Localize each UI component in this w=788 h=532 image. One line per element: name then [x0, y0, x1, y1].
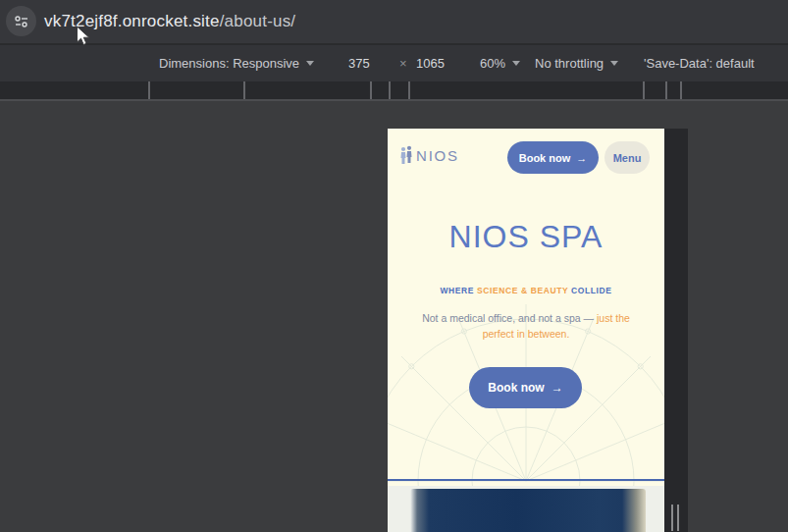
chevron-down-icon [512, 61, 520, 66]
device-toolbar: Dimensions: Responsive 375 × 1065 60% No… [0, 45, 788, 81]
arrow-right-icon: → [552, 381, 563, 395]
menu-button[interactable]: Menu [604, 141, 650, 174]
viewport-width-value: 375 [348, 56, 370, 71]
spa-photo [410, 489, 646, 532]
zoom-value: 60% [480, 56, 505, 71]
hero-description: Not a medical office, and not a spa — ju… [410, 311, 642, 343]
nios-figures-icon [399, 145, 413, 166]
devtools-window: vk7t2ejf8f.onrocket.site/about-us/ Dimen… [0, 0, 788, 532]
viewport-width-input[interactable]: 375 [348, 45, 370, 81]
chevron-down-icon [306, 61, 314, 66]
ruler-tick [665, 81, 667, 99]
dimensions-select[interactable]: Dimensions: Responsive [159, 45, 314, 81]
ruler-tick [408, 81, 410, 99]
site-header: NIOS Book now → Menu [388, 129, 664, 187]
save-data-hint: 'Save-Data': default [644, 45, 755, 81]
ruler-tick [680, 81, 682, 99]
device-viewport: NIOS Book now → Menu NIOS SPA WHERE SCIE… [388, 129, 664, 532]
ruler-tick [643, 81, 645, 99]
ruler-tick [243, 81, 245, 99]
logo-text: NIOS [416, 147, 459, 164]
address-url[interactable]: vk7t2ejf8f.onrocket.site/about-us/ [44, 0, 295, 43]
menu-label: Menu [613, 152, 642, 164]
arrow-right-icon: → [576, 152, 587, 164]
description-plain: Not a medical office, and not a spa — [422, 312, 597, 324]
device-toolbar-toggle-icon[interactable] [6, 6, 36, 36]
header-book-now-button[interactable]: Book now → [507, 141, 599, 174]
throttling-value: No throttling [535, 56, 604, 71]
viewport-right-gutter [664, 129, 688, 532]
zoom-select[interactable]: 60% [480, 45, 520, 81]
tune-sliders-icon [12, 12, 31, 31]
url-bar: vk7t2ejf8f.onrocket.site/about-us/ [0, 0, 788, 43]
ruler-tick [389, 81, 391, 99]
url-domain: vk7t2ejf8f.onrocket.site [44, 12, 220, 31]
media-query-ruler[interactable] [0, 81, 788, 101]
book-now-label: Book now [519, 152, 571, 164]
next-section [388, 486, 664, 532]
viewport-resize-handle[interactable] [671, 505, 680, 531]
ruler-tick [148, 81, 150, 99]
chevron-down-icon [610, 61, 618, 66]
tagline-start: WHERE [440, 286, 477, 295]
viewport-height-value: 1065 [416, 56, 445, 71]
url-path: /about-us/ [220, 12, 296, 31]
tagline-highlight: SCIENCE & BEAUTY [477, 286, 568, 295]
hero-book-now-button[interactable]: Book now → [469, 367, 582, 408]
site-logo[interactable]: NIOS [399, 145, 459, 166]
hero-tagline: WHERE SCIENCE & BEAUTY COLLIDE [388, 286, 664, 295]
dimensions-multiply-sign: × [399, 45, 407, 81]
cta-label: Book now [488, 381, 544, 395]
dimensions-label: Dimensions: Responsive [159, 56, 299, 71]
throttling-select[interactable]: No throttling [535, 45, 618, 81]
tagline-end: COLLIDE [568, 286, 611, 295]
viewport-height-input[interactable]: 1065 [416, 45, 445, 81]
page-title: NIOS SPA [388, 219, 664, 255]
ruler-tick [370, 81, 372, 99]
device-canvas: NIOS Book now → Menu NIOS SPA WHERE SCIE… [0, 103, 788, 532]
section-divider [388, 479, 664, 481]
